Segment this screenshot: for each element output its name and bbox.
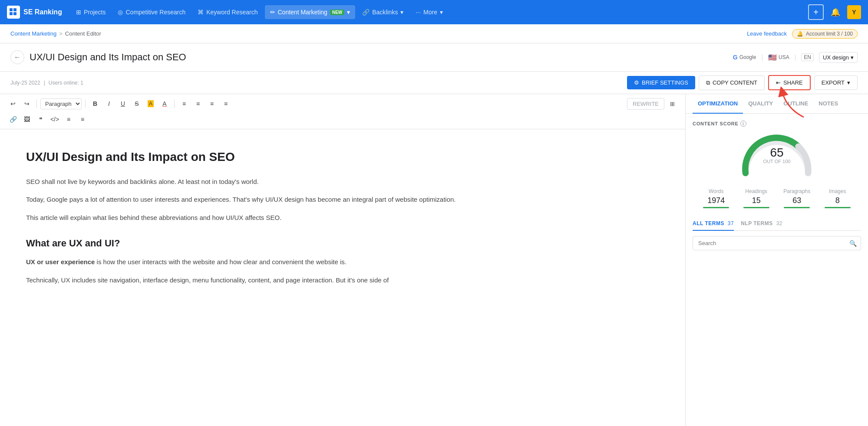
underline-button[interactable]: U <box>117 98 129 110</box>
toolbar-settings-button[interactable]: ⊞ <box>666 98 678 110</box>
breadcrumb-parent[interactable]: Content Marketing <box>10 30 56 37</box>
nlp-terms-label: NLP TERMS <box>741 220 773 226</box>
tab-notes[interactable]: NOTES <box>813 94 843 114</box>
terms-search-wrapper: 🔍 <box>693 236 861 250</box>
highlight-button[interactable]: A <box>145 98 157 110</box>
google-indicator: G Google <box>733 54 756 61</box>
terms-tab-all[interactable]: ALL TERMS 37 <box>693 217 734 231</box>
article-heading: UX/UI Design and Its Impact on SEO <box>26 147 659 167</box>
country-indicator: 🇺🇸 USA <box>768 53 789 62</box>
redo-button[interactable]: ↪ <box>21 98 33 110</box>
terms-tabs: ALL TERMS 37 NLP TERMS 32 <box>693 217 861 231</box>
tab-optimization[interactable]: OPTIMIZATION <box>693 94 743 114</box>
back-button[interactable]: ← <box>10 50 24 64</box>
action-bar-left: July-25 2022 | Users online: 1 <box>10 80 83 86</box>
align-left-button[interactable]: ≡ <box>178 98 190 110</box>
sidebar-panel: OPTIMIZATION QUALITY OUTLINE NOTES CONTE… <box>686 94 868 426</box>
key-icon: ⌘ <box>198 9 204 16</box>
article-para-4: UX or user experience is how the user in… <box>26 256 659 268</box>
copy-content-button[interactable]: ⧉ COPY CONTENT <box>699 75 765 90</box>
link-button[interactable]: 🔗 <box>7 113 19 125</box>
google-logo: G <box>733 54 738 61</box>
share-icon: ⇤ <box>776 79 781 86</box>
account-limit-badge: 🔔 Account limit 3 / 100 <box>792 29 858 39</box>
stat-headings-value: 15 <box>752 196 761 205</box>
copy-content-label: COPY CONTENT <box>713 79 757 86</box>
nav-item-keyword[interactable]: ⌘ Keyword Research <box>192 5 263 19</box>
leave-feedback-link[interactable]: Leave feedback <box>747 30 787 37</box>
gauge-out-of: OUT OF 100 <box>763 159 791 164</box>
content-score-info-icon[interactable]: i <box>740 121 746 127</box>
justify-button[interactable]: ≡ <box>220 98 232 110</box>
nav-item-content[interactable]: ✏ Content Marketing NEW ▾ <box>265 5 356 19</box>
keyword-dropdown[interactable]: UX design ▾ <box>819 52 858 63</box>
google-label: Google <box>739 54 756 60</box>
notification-bell-icon[interactable]: 🔔 <box>827 4 844 20</box>
undo-button[interactable]: ↩ <box>7 98 19 110</box>
font-color-icon: A <box>162 100 166 107</box>
usa-flag-icon: 🇺🇸 <box>768 53 777 62</box>
stat-headings: Headings 15 <box>743 188 769 208</box>
language-badge: EN <box>801 53 814 61</box>
link-icon: 🔗 <box>362 9 370 16</box>
nav-item-more[interactable]: ··· More ▾ <box>410 5 448 19</box>
add-button[interactable]: + <box>808 4 824 20</box>
chevron-down-icon-export: ▾ <box>847 79 850 86</box>
align-right-button[interactable]: ≡ <box>206 98 218 110</box>
nav-item-backlinks[interactable]: 🔗 Backlinks ▾ <box>357 5 409 19</box>
export-button[interactable]: EXPORT ▾ <box>814 75 858 90</box>
action-bar-right: ⚙ BRIEF SETTINGS ⧉ COPY CONTENT ⇤ SHARE <box>627 75 858 90</box>
image-button[interactable]: 🖼 <box>21 113 33 125</box>
paragraph-style-select[interactable]: Paragraph Heading 1 Heading 2 <box>40 98 82 109</box>
title-bar: ← UX/UI Design and Its Impact on SEO G G… <box>0 43 868 72</box>
toolbar-divider-1 <box>36 99 37 108</box>
country-label: USA <box>779 54 789 60</box>
stat-paragraphs-bar <box>784 207 810 208</box>
content-score-label: CONTENT SCORE i <box>693 121 861 127</box>
stat-words-label: Words <box>709 188 723 194</box>
nav-item-competitive[interactable]: ◎ Competitive Research <box>112 5 191 19</box>
nav-right-section: + 🔔 Y <box>808 4 861 20</box>
editor-content[interactable]: UX/UI Design and Its Impact on SEO SEO s… <box>0 129 685 426</box>
italic-button[interactable]: I <box>103 98 115 110</box>
tab-outline[interactable]: OUTLINE <box>778 94 813 114</box>
quote-button[interactable]: ❝ <box>35 113 47 125</box>
editor-toolbar: ↩ ↪ Paragraph Heading 1 Heading 2 B I U … <box>0 94 685 129</box>
toolbar-divider-3 <box>174 99 175 108</box>
stat-images-value: 8 <box>835 196 840 205</box>
users-online-label: Users online: 1 <box>49 80 83 86</box>
stat-paragraphs-value: 63 <box>792 196 801 205</box>
action-separator: | <box>44 80 45 86</box>
bold-button[interactable]: B <box>89 98 101 110</box>
terms-tab-nlp[interactable]: NLP TERMS 32 <box>741 217 782 231</box>
all-terms-label: ALL TERMS <box>693 220 724 226</box>
share-button[interactable]: ⇤ SHARE <box>768 75 811 90</box>
stat-images-bar <box>825 207 851 208</box>
strikethrough-button[interactable]: S <box>131 98 143 110</box>
user-avatar[interactable]: Y <box>847 5 861 19</box>
font-color-button[interactable]: A <box>158 98 171 110</box>
unordered-list-button[interactable]: ≡ <box>63 113 75 125</box>
tab-quality[interactable]: QUALITY <box>743 94 778 114</box>
copy-icon: ⧉ <box>706 79 710 86</box>
nav-label-content: Content Marketing <box>278 9 327 16</box>
brief-settings-button[interactable]: ⚙ BRIEF SETTINGS <box>627 76 695 89</box>
terms-search-input[interactable] <box>693 236 861 250</box>
stat-headings-bar <box>743 207 769 208</box>
editor-panel: ↩ ↪ Paragraph Heading 1 Heading 2 B I U … <box>0 94 686 426</box>
logo-text: SE Ranking <box>23 8 62 16</box>
brief-settings-label: BRIEF SETTINGS <box>642 79 688 86</box>
ordered-list-button[interactable]: ≡ <box>76 113 89 125</box>
breadcrumb-separator: > <box>59 30 63 37</box>
logo[interactable]: SE Ranking <box>7 6 62 19</box>
align-center-button[interactable]: ≡ <box>192 98 204 110</box>
stat-words-value: 1974 <box>707 196 725 205</box>
stat-paragraphs-label: Paragraphs <box>783 188 810 194</box>
article-para-4-text: is how the user interacts with the websi… <box>97 258 347 265</box>
account-limit-text: Account limit 3 / 100 <box>806 31 853 37</box>
toolbar-divider-2 <box>85 99 86 108</box>
rewrite-button[interactable]: REWRITE <box>627 98 664 110</box>
code-button[interactable]: </> <box>49 113 61 125</box>
nav-item-projects[interactable]: ⊞ Projects <box>71 5 111 19</box>
article-subheading: What are UX and UI? <box>26 235 659 251</box>
